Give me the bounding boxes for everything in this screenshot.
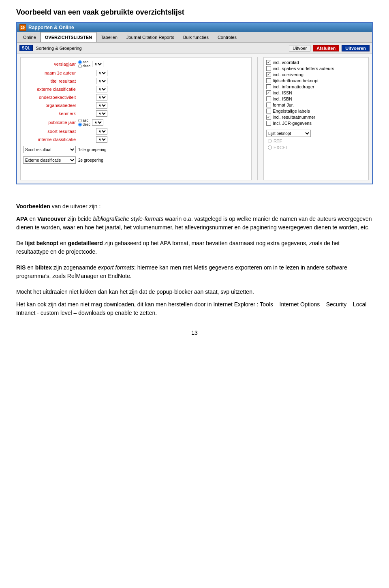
sort-row-organisatie: organisatiedeel ▼ <box>23 102 249 109</box>
sort-asc-desc-publicatie: asc desc <box>78 118 90 126</box>
checkbox-1[interactable] <box>266 66 271 71</box>
option-label-4: incl. informatiedrager <box>273 84 314 89</box>
option-label-7: format Jur. <box>273 103 294 107</box>
checkbox-6[interactable] <box>266 96 271 101</box>
zijn-zogenaamde: zijn zogenaamde <box>52 264 98 271</box>
checkbox-8[interactable] <box>266 109 271 113</box>
option-label-10: Incl. JCR-gegevens <box>273 121 312 126</box>
option-label-9: incl. resultaatnummer <box>273 115 315 120</box>
menu-controles[interactable]: Controles <box>213 32 241 42</box>
intro-label: Voorbeelden <box>16 203 50 210</box>
grouping-row-2: Externe classificatie 2e groepering <box>23 156 249 164</box>
checkbox-2[interactable] <box>266 72 271 77</box>
sort-field-label: naam 1e auteur <box>23 71 76 75</box>
sort-row-titel: titel resultaat ▼ <box>23 78 249 84</box>
sort-field-label: soort resultaat <box>23 129 76 134</box>
sort-dropdown-titel[interactable]: ▼ <box>96 78 107 84</box>
option-row-6: incl. ISBN <box>266 96 366 101</box>
sort-dropdown-soort[interactable]: ▼ <box>96 128 107 135</box>
option-label-5: incl. ISSN <box>273 90 292 95</box>
option-label-0: incl. voorblad <box>273 60 299 65</box>
main-content: verslagjaar asc desc ▼ naam 1e auteur ▼ … <box>17 54 372 184</box>
sort-field-label: organisatiedeel <box>23 103 76 108</box>
radio-desc-pub[interactable] <box>78 123 82 126</box>
excel-radio[interactable] <box>268 145 272 150</box>
checkbox-3[interactable] <box>266 78 271 83</box>
sort-row-soort: soort resultaat ▼ <box>23 128 249 135</box>
uitvoeren-button[interactable]: Uitvoeren <box>342 45 370 51</box>
asc-label-pub: asc <box>83 118 88 122</box>
rtf-radio[interactable] <box>268 139 272 143</box>
afsluiten-button[interactable]: Afsluiten <box>313 45 339 51</box>
sort-dropdown-interne[interactable]: ▼ <box>96 136 107 143</box>
sort-field-label: verslagjaar <box>23 62 76 66</box>
uitvoer-label: Uitvoer <box>289 45 310 51</box>
option-label-3: tijdschriftnaam beknopt <box>273 78 318 83</box>
option-row-1: incl. spaties voorletters auteurs <box>266 66 366 71</box>
sort-dropdown-kenmerk[interactable]: ▼ <box>96 110 107 117</box>
sort-dropdown-organisatie[interactable]: ▼ <box>96 102 107 109</box>
page-number: 13 <box>16 329 373 336</box>
sort-dropdown-externe[interactable]: ▼ <box>96 86 107 92</box>
excel-radio-row: EXCEL <box>266 145 366 150</box>
body-section-ris: RIS en bibtex zijn zogenaamde export for… <box>16 263 373 280</box>
toolbar: SQL Sortering & Groepering Uitvoer Afslu… <box>17 43 372 54</box>
rtf-label: RTF <box>274 139 282 143</box>
option-row-9: incl. resultaatnummer <box>266 115 366 120</box>
en-2: en <box>58 240 68 246</box>
app-titlebar: 29 Rapporten & Online <box>17 23 372 32</box>
app-window: 29 Rapporten & Online Online OVERZICHTSL… <box>16 22 373 184</box>
ris-label: RIS <box>16 264 26 271</box>
menu-tabellen[interactable]: Tabellen <box>96 32 122 42</box>
desc-label-pub: desc <box>83 122 90 126</box>
option-row-2: incl. cursivering <box>266 72 366 77</box>
sort-dropdown-verslagjaar[interactable]: ▼ <box>92 61 103 67</box>
apa-label: APA <box>16 216 28 222</box>
sort-panel: verslagjaar asc desc ▼ naam 1e auteur ▼ … <box>20 57 252 180</box>
sort-field-label: kenmerk <box>23 111 76 116</box>
style-formats-label: bibliografische style-formats <box>93 216 164 222</box>
menu-journal-citation-reports[interactable]: Journal Citation Reports <box>122 32 179 42</box>
sort-row-verslagjaar: verslagjaar asc desc ▼ <box>23 60 249 68</box>
sort-dropdown-onderzoek[interactable]: ▼ <box>96 94 107 100</box>
option-row-0: incl. voorblad <box>266 60 366 65</box>
menu-overzichtslijsten[interactable]: OVERZICHTSLIJSTEN <box>41 32 96 42</box>
export-formats-label: export formats <box>98 264 134 271</box>
option-label-1: incl. spaties voorletters auteurs <box>273 66 334 71</box>
checkbox-7[interactable] <box>266 103 271 107</box>
body-section-lijst: De lijst beknopt en gedetailleerd zijn g… <box>16 239 373 256</box>
sort-field-label: titel resultaat <box>23 79 76 83</box>
group1-dropdown[interactable]: Soort resultaat <box>23 146 76 153</box>
checkbox-4[interactable] <box>266 84 271 89</box>
en-1: en <box>28 216 37 222</box>
checkbox-9[interactable] <box>266 115 271 120</box>
option-row-8: Engelstalige labels <box>266 109 366 113</box>
asc-label: asc <box>83 60 88 64</box>
option-label-6: incl. ISBN <box>273 96 292 101</box>
de-label: De <box>16 240 25 246</box>
panel-divider <box>257 57 258 180</box>
lijst-beknopt-label: lijst beknopt <box>25 240 58 246</box>
radio-asc-pub[interactable] <box>78 119 82 122</box>
app-title: Rapporten & Online <box>28 25 74 30</box>
sort-field-label: onderzoekactiviteit <box>23 95 76 100</box>
menu-bar: Online OVERZICHTSLIJSTEN Tabellen Journa… <box>17 32 372 43</box>
menu-bulk-functies[interactable]: Bulk-functies <box>179 32 213 42</box>
radio-asc[interactable] <box>78 60 82 64</box>
sort-row-interne: interne classificatie ▼ <box>23 136 249 143</box>
grouping-row-1: Soort resultaat 1ste groepering <box>23 146 249 153</box>
desc-label: desc <box>83 64 90 68</box>
output-format-dropdown[interactable]: Lijst beknopt <box>266 130 311 137</box>
body-section-intro: Voorbeelden van de uitvoer zijn : APA en… <box>16 202 373 232</box>
vancouver-label: Vancouver <box>37 216 66 222</box>
menu-online[interactable]: Online <box>19 32 41 42</box>
intro-text: van de uitvoer zijn : <box>50 203 101 210</box>
sort-asc-desc-verslagjaar: asc desc <box>78 60 90 68</box>
group2-dropdown[interactable]: Externe classificatie <box>23 156 76 164</box>
sort-dropdown-naam[interactable]: ▼ <box>96 70 107 76</box>
checkbox-10[interactable] <box>266 121 271 126</box>
radio-desc[interactable] <box>78 64 82 68</box>
checkbox-5[interactable] <box>266 90 271 95</box>
sort-dropdown-publicatie[interactable]: ▼ <box>92 119 103 126</box>
checkbox-0[interactable] <box>266 60 271 65</box>
